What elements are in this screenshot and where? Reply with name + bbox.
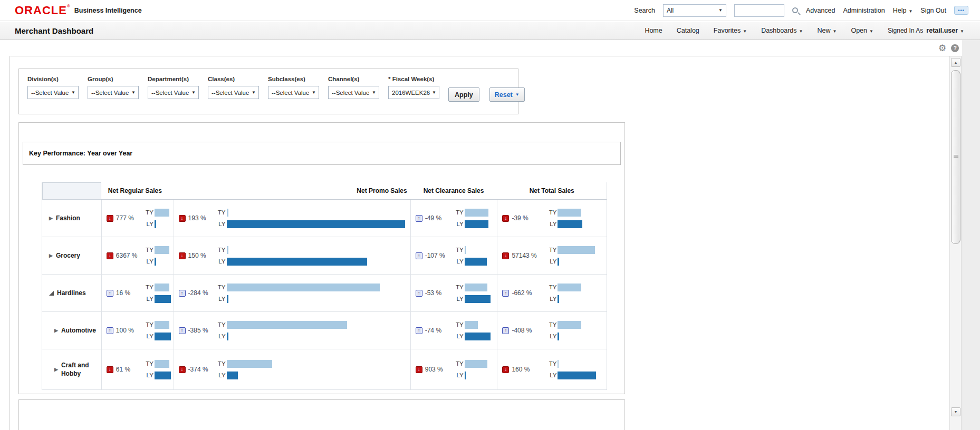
- category-cell-craft-and-hobby[interactable]: ▶Craft and Hobby: [42, 349, 101, 389]
- filter-select-group-s[interactable]: --Select Value▼: [88, 86, 139, 99]
- apply-button[interactable]: Apply: [448, 87, 479, 102]
- nav-item-open[interactable]: Open▼: [851, 27, 873, 34]
- ty-bar-row: TY: [215, 208, 405, 217]
- sign-out-link[interactable]: Sign Out: [920, 7, 946, 14]
- table-row-hardlines: Hardlines↑16 %TYLY↑-284 %TYLY↑-53 %TYLY↑…: [42, 275, 607, 312]
- oracle-logo: ORACLE®: [15, 4, 71, 17]
- filter-select-department-s[interactable]: --Select Value▼: [148, 86, 199, 99]
- filter-select-value: --Select Value: [31, 90, 69, 96]
- ty-bar-row: TY: [215, 283, 380, 291]
- change-indicator: ↑-49 %: [411, 214, 453, 222]
- expand-icon[interactable]: ▶: [54, 328, 58, 333]
- ly-label: LY: [143, 296, 153, 302]
- nav-item-home[interactable]: Home: [645, 27, 662, 34]
- ly-bar: [558, 295, 559, 303]
- filter-label: Subclass(es): [268, 76, 319, 82]
- administration-link[interactable]: Administration: [843, 7, 885, 14]
- filter-select-subclass-es[interactable]: --Select Value▼: [268, 86, 319, 99]
- ty-ly-mini-chart: TYLY: [453, 208, 488, 228]
- filter-select-class-es[interactable]: --Select Value▼: [208, 86, 259, 99]
- expand-icon[interactable]: ▶: [49, 216, 53, 221]
- filter-select-fiscal-week-s[interactable]: 2016WEEK26▼: [388, 86, 439, 99]
- signed-in-user-menu[interactable]: retail.user▼: [926, 27, 964, 34]
- change-indicator: ↑-408 %: [497, 327, 546, 334]
- nav-item-label: Open: [851, 27, 867, 34]
- reset-button[interactable]: Reset ▼: [489, 87, 525, 102]
- expand-icon[interactable]: ▶: [49, 253, 53, 258]
- ty-bar: [465, 209, 488, 217]
- search-input[interactable]: [734, 4, 784, 17]
- advanced-link[interactable]: Advanced: [806, 7, 835, 14]
- ty-ly-mini-chart: TYLY: [143, 246, 169, 266]
- ly-bar-row: LY: [453, 371, 487, 379]
- ty-label: TY: [453, 209, 464, 216]
- filter-select-channel-s[interactable]: --Select Value▼: [328, 86, 379, 99]
- scrollbar-thumb[interactable]: [951, 70, 960, 244]
- change-percent: 777 %: [116, 214, 134, 222]
- nav-item-label: Home: [645, 27, 662, 34]
- signed-in-as: Signed In As retail.user▼: [888, 27, 964, 34]
- search-icon[interactable]: [792, 7, 798, 13]
- filter-select-value: --Select Value: [212, 90, 249, 96]
- category-cell-hardlines[interactable]: Hardlines: [42, 275, 101, 311]
- chevron-down-icon: ▼: [908, 9, 912, 14]
- trend-up-icon: ↑: [502, 290, 509, 297]
- ly-bar-row: LY: [546, 257, 595, 266]
- filter-field-division-s: Division(s)--Select Value▼: [27, 76, 79, 99]
- ty-label: TY: [215, 209, 226, 216]
- trend-down-icon: ↓: [502, 366, 509, 373]
- ly-bar: [558, 372, 596, 379]
- scroll-down-button[interactable]: ▼: [951, 407, 960, 416]
- search-scope-select[interactable]: All ▼: [663, 4, 726, 17]
- page-background: [962, 40, 980, 430]
- ty-bar-row: TY: [143, 208, 169, 217]
- ty-label: TY: [453, 247, 464, 253]
- vertical-scrollbar[interactable]: ▲ ▼: [949, 56, 961, 430]
- category-cell-grocery[interactable]: ▶Grocery: [42, 237, 101, 274]
- ty-bar-row: TY: [143, 246, 169, 254]
- ty-bar-row: TY: [453, 283, 491, 291]
- filter-prompt-panel: Division(s)--Select Value▼Group(s)--Sele…: [18, 69, 518, 114]
- filter-field-group-s: Group(s)--Select Value▼: [88, 76, 139, 99]
- ly-bar-row: LY: [215, 257, 367, 266]
- filter-select-value: --Select Value: [272, 90, 309, 96]
- ly-bar: [155, 372, 171, 379]
- expand-icon[interactable]: ▶: [54, 367, 58, 372]
- change-percent: 193 %: [188, 214, 206, 222]
- metric-cell-net-regular-sales: ↓61 %TYLY: [101, 349, 174, 389]
- more-options-icon[interactable]: •••: [954, 6, 968, 15]
- category-label: Craft and Hobby: [61, 361, 94, 378]
- category-label: Fashion: [56, 214, 80, 222]
- settings-gear-icon[interactable]: ⚙: [938, 44, 946, 53]
- change-percent: 6367 %: [116, 252, 138, 259]
- nav-links: HomeCatalogFavorites▼Dashboards▼New▼Open…: [645, 27, 873, 34]
- category-cell-fashion[interactable]: ▶Fashion: [42, 200, 101, 237]
- metric-cell-net-regular-sales: ↓6367 %TYLY: [101, 237, 174, 274]
- table-row-fashion: ▶Fashion↓777 %TYLY↓193 %TYLY↑-49 %TYLY↓-…: [42, 200, 607, 237]
- scroll-up-button[interactable]: ▲: [951, 58, 960, 67]
- ly-label: LY: [546, 333, 556, 339]
- nav-item-dashboards[interactable]: Dashboards▼: [761, 27, 803, 34]
- nav-item-catalog[interactable]: Catalog: [677, 27, 699, 34]
- ly-bar-row: LY: [143, 295, 171, 303]
- trend-down-icon: ↓: [107, 366, 113, 373]
- help-menu[interactable]: Help▼: [893, 7, 913, 14]
- collapse-icon[interactable]: [49, 291, 54, 296]
- metric-cell-net-total-sales: ↓57143 %TYLY: [497, 237, 607, 274]
- nav-item-new[interactable]: New▼: [817, 27, 837, 34]
- filter-field-class-es: Class(es)--Select Value▼: [208, 76, 259, 99]
- ty-ly-mini-chart: TYLY: [453, 359, 487, 379]
- chevron-down-icon: ▼: [960, 29, 964, 34]
- change-percent: 150 %: [188, 252, 206, 259]
- filter-select-division-s[interactable]: --Select Value▼: [27, 86, 79, 99]
- ly-bar: [227, 372, 238, 379]
- help-icon[interactable]: ?: [951, 44, 959, 52]
- trend-down-icon: ↓: [179, 366, 186, 373]
- column-header-net-promo-sales: Net Promo Sales: [174, 182, 410, 199]
- ty-label: TY: [143, 209, 153, 216]
- ty-ly-mini-chart: TYLY: [215, 208, 405, 228]
- change-percent: -39 %: [512, 214, 528, 222]
- nav-item-favorites[interactable]: Favorites▼: [714, 27, 747, 34]
- ly-bar: [558, 333, 559, 340]
- category-cell-automotive[interactable]: ▶Automotive: [42, 312, 101, 349]
